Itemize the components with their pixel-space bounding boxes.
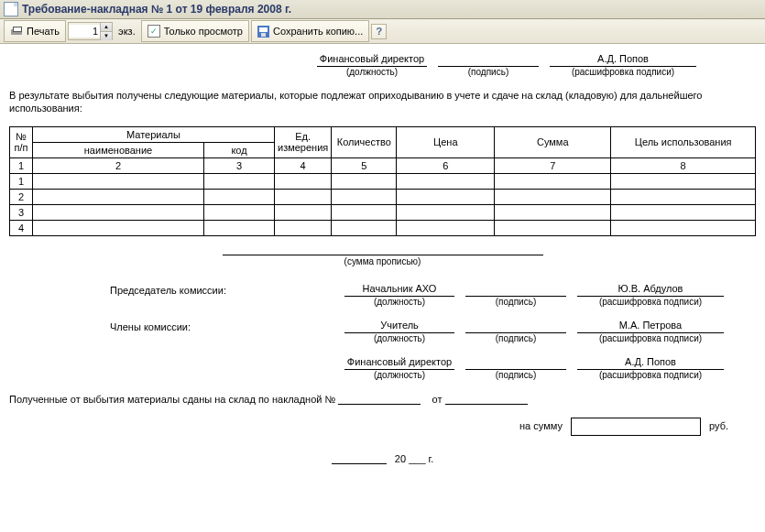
th-price: Цена (397, 126, 495, 157)
preview-toggle[interactable]: ✓ Только просмотр (141, 20, 249, 42)
chairman-position-label: (должность) (344, 297, 454, 307)
member2-name-label: (расшифровка подписи) (577, 370, 724, 380)
row-num: 2 (10, 189, 33, 204)
members-label: Члены комиссии: (9, 320, 339, 332)
sent-label: Полученные от выбытия материалы сданы на… (9, 394, 335, 405)
copies-spinner[interactable]: ▲ ▼ (68, 22, 113, 40)
th-purpose: Цель использования (611, 126, 756, 157)
coln-6: 6 (397, 157, 495, 173)
member2-sign (465, 356, 566, 370)
spin-up-icon[interactable]: ▲ (100, 23, 112, 31)
chairman-name: Ю.В. Абдулов (577, 283, 724, 297)
window-titlebar: Требование-накладная № 1 от 19 февраля 2… (0, 0, 765, 19)
rub-label: руб. (709, 419, 728, 430)
document-body: Финансовый директор (должность) (подпись… (0, 44, 765, 464)
amount-box (571, 418, 701, 436)
chairman-position: Начальник АХО (344, 283, 454, 297)
signature-block: Председатель комиссии: Начальник АХО (до… (9, 283, 756, 380)
approval-signature: Финансовый директор (должность) (подпись… (9, 53, 756, 77)
window-title: Требование-накладная № 1 от 19 февраля 2… (22, 3, 291, 16)
th-np: № п/п (10, 126, 33, 157)
floppy-icon (257, 26, 269, 38)
coln-5: 5 (332, 157, 397, 173)
member1-name: М.А. Петрова (577, 320, 724, 333)
coln-8: 8 (611, 157, 756, 173)
table-row: 3 (10, 204, 756, 220)
row-num: 3 (10, 204, 33, 220)
invoice-no-field (338, 393, 421, 405)
amount-line: на сумму руб. (9, 418, 756, 436)
member2-sign-label: (подпись) (465, 370, 566, 380)
th-code: код (204, 142, 275, 157)
table-row: 2 (10, 189, 756, 204)
table-row: 4 (10, 220, 756, 235)
th-qty: Количество (332, 126, 397, 157)
member1-sign-label: (подпись) (465, 333, 566, 343)
approval-position-label: (должность) (317, 67, 427, 77)
help-button[interactable]: ? (371, 24, 387, 39)
member1-position-label: (должность) (344, 333, 454, 343)
table-row: 1 (10, 173, 756, 189)
date-line: 20 ___ г. (9, 452, 756, 464)
row-num: 4 (10, 220, 33, 235)
printer-icon (10, 27, 23, 37)
member2-position: Финансовый директор (344, 356, 454, 370)
ot-label: от (432, 394, 443, 405)
invoice-date-field (445, 393, 528, 405)
date-year-label: 20 ___ г. (395, 453, 433, 464)
coln-3: 3 (204, 157, 275, 173)
sent-to-warehouse-line: Полученные от выбытия материалы сданы на… (9, 393, 756, 405)
coln-4: 4 (275, 157, 332, 173)
member2-position-label: (должность) (344, 370, 454, 380)
th-materials: Материалы (33, 126, 275, 142)
coln-1: 1 (10, 157, 33, 173)
sum-in-words-label: (сумма прописью) (344, 256, 421, 266)
row-num: 1 (10, 173, 33, 189)
member2-name: А.Д. Попов (577, 356, 724, 370)
member1-position: Учитель (344, 320, 454, 333)
approval-name: А.Д. Попов (550, 53, 696, 67)
th-unit: Ед. измерения (275, 126, 332, 157)
save-copy-label: Сохранить копию... (273, 26, 363, 37)
approval-sign-label: (подпись) (438, 67, 539, 77)
materials-table: № п/п Материалы Ед. измерения Количество… (9, 126, 756, 236)
toolbar: Печать ▲ ▼ экз. ✓ Только просмотр Сохран… (0, 19, 765, 44)
checkbox-icon: ✓ (148, 25, 160, 38)
th-name: наименование (33, 142, 204, 157)
table-colnum-row: 1 2 3 4 5 6 7 8 (10, 157, 756, 173)
member1-sign (465, 320, 566, 333)
date-day-field (332, 452, 387, 464)
chairman-sign-label: (подпись) (465, 297, 566, 307)
amount-label: на сумму (519, 419, 563, 430)
th-sum: Сумма (495, 126, 611, 157)
approval-name-label: (расшифровка подписи) (550, 67, 696, 77)
copies-input[interactable] (69, 25, 100, 38)
preview-label: Только просмотр (164, 26, 243, 37)
save-copy-button[interactable]: Сохранить копию... (251, 20, 369, 42)
coln-7: 7 (495, 157, 611, 173)
coln-2: 2 (33, 157, 204, 173)
intro-paragraph: В результате выбытия получены следующие … (9, 90, 756, 115)
document-icon (4, 2, 18, 16)
sum-in-words (223, 244, 543, 255)
member1-name-label: (расшифровка подписи) (577, 333, 724, 343)
chairman-label: Председатель комиссии: (9, 283, 339, 296)
approval-position: Финансовый директор (317, 53, 427, 67)
chairman-name-label: (расшифровка подписи) (577, 297, 724, 307)
print-label: Печать (27, 26, 60, 37)
approval-sign (438, 53, 539, 67)
copies-suffix: экз. (115, 26, 139, 37)
print-button[interactable]: Печать (4, 20, 66, 42)
chairman-sign (465, 283, 566, 297)
spin-down-icon[interactable]: ▼ (100, 31, 112, 40)
